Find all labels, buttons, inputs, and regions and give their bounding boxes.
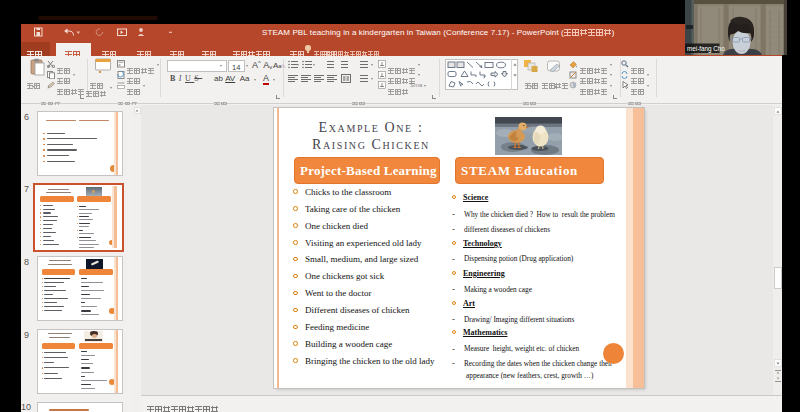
- svg-text:mei-fang Cho: mei-fang Cho: [687, 45, 725, 53]
